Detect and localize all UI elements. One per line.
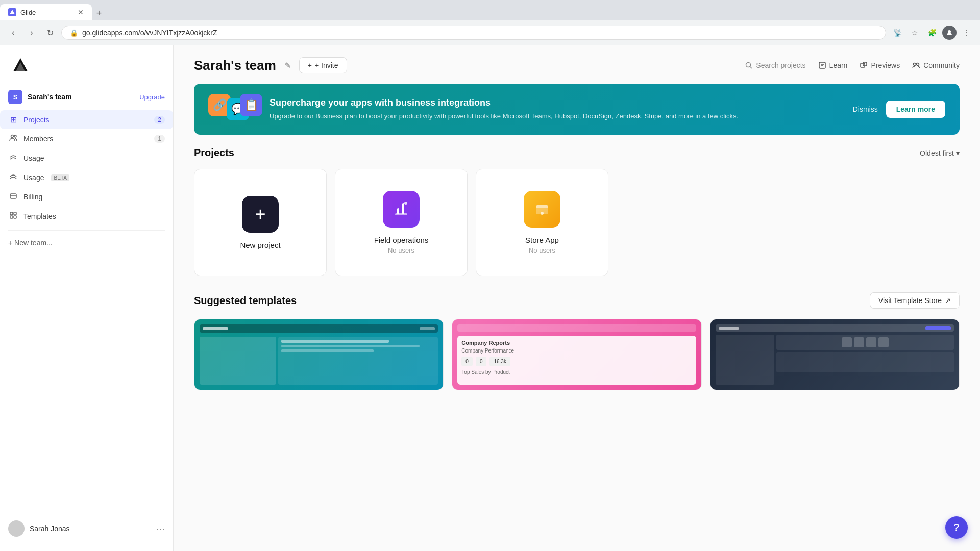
- banner-icon-3: 📋: [240, 94, 262, 116]
- template-inner-1: [194, 319, 443, 390]
- template-inner-2: Company Reports Company Performance 0 0 …: [452, 319, 701, 390]
- tab-favicon: [8, 8, 16, 16]
- community-icon: [912, 61, 920, 69]
- page-title: Sarah's team: [194, 58, 276, 73]
- svg-point-19: [914, 63, 916, 66]
- learn-button[interactable]: Learn: [818, 61, 848, 69]
- learn-label: Learn: [829, 61, 848, 69]
- user-name: Sarah Jonas: [30, 524, 151, 533]
- browser-chrome: Glide ✕ + ‹ › ↻ 🔒 go.glideapps.com/o/vvJ…: [0, 0, 980, 45]
- invite-label: + Invite: [315, 61, 338, 69]
- community-button[interactable]: Community: [912, 61, 960, 69]
- projects-grid: + New project Field operations No users: [194, 169, 960, 276]
- svg-rect-9: [14, 212, 16, 215]
- svg-marker-0: [10, 10, 15, 14]
- invite-button[interactable]: + + Invite: [299, 57, 347, 73]
- svg-point-4: [11, 135, 14, 138]
- store-app-users: No users: [529, 246, 555, 254]
- previews-icon: [860, 61, 868, 69]
- help-button[interactable]: ?: [945, 516, 968, 539]
- previews-label: Previews: [871, 61, 900, 69]
- project-card-field-operations[interactable]: Field operations No users: [335, 169, 468, 276]
- sort-label: Oldest first: [920, 149, 954, 157]
- svg-rect-23: [402, 203, 404, 214]
- new-tab-button[interactable]: +: [92, 6, 106, 20]
- field-operations-name: Field operations: [374, 236, 429, 244]
- address-bar[interactable]: 🔒 go.glideapps.com/o/vvJNYITxjzzA0okjckr…: [61, 26, 886, 40]
- svg-point-5: [14, 135, 16, 137]
- project-card-store-app[interactable]: Store App No users: [476, 169, 608, 276]
- projects-section-title: Projects: [194, 147, 234, 159]
- previews-button[interactable]: Previews: [860, 61, 900, 69]
- banner-actions: Dismiss Learn more: [853, 101, 945, 118]
- tab-close-button[interactable]: ✕: [78, 8, 84, 16]
- dismiss-button[interactable]: Dismiss: [853, 105, 878, 113]
- forward-button[interactable]: ›: [24, 26, 39, 40]
- sidebar-item-templates[interactable]: Templates: [0, 207, 173, 226]
- templates-section-title: Suggested templates: [194, 295, 297, 307]
- sidebar-item-usage-beta[interactable]: Usage BETA: [0, 168, 173, 187]
- search-projects-button[interactable]: Search projects: [745, 61, 805, 69]
- incognito-button[interactable]: [942, 26, 957, 40]
- back-button[interactable]: ‹: [6, 26, 20, 40]
- search-icon: [745, 61, 753, 69]
- new-project-card[interactable]: + New project: [194, 169, 327, 276]
- menu-button[interactable]: ⋮: [960, 26, 974, 40]
- sidebar-team[interactable]: S Sarah's team Upgrade: [0, 86, 173, 108]
- sidebar-item-billing[interactable]: Billing: [0, 187, 173, 207]
- main-content: Sarah's team ✎ + + Invite Search project…: [174, 45, 980, 551]
- sidebar-divider: [8, 230, 165, 231]
- user-avatar: [8, 520, 24, 537]
- svg-rect-14: [819, 62, 825, 68]
- projects-icon: ⊞: [8, 115, 18, 124]
- new-project-icon: +: [242, 196, 279, 233]
- sidebar-item-projects[interactable]: ⊞ Projects 2: [0, 110, 173, 129]
- app-container: S Sarah's team Upgrade ⊞ Projects 2 Memb…: [0, 45, 980, 551]
- upgrade-button[interactable]: Upgrade: [139, 93, 165, 101]
- browser-actions: 📡 ☆ 🧩 ⋮: [890, 26, 974, 40]
- template-inner-3: [710, 319, 959, 390]
- learn-more-button[interactable]: Learn more: [886, 101, 945, 118]
- members-count: 1: [154, 135, 165, 143]
- sidebar-item-members[interactable]: Members 1: [0, 129, 173, 148]
- new-project-label: New project: [240, 241, 280, 249]
- cast-icon[interactable]: 📡: [890, 26, 904, 40]
- sidebar-item-usage[interactable]: Usage: [0, 148, 173, 168]
- extensions-icon[interactable]: 🧩: [925, 26, 939, 40]
- template-preview-3: [710, 319, 959, 390]
- sidebar-usage-beta-label: Usage: [23, 173, 44, 182]
- banner-icons: 🔗 💬 📋: [208, 94, 259, 124]
- template-card-1[interactable]: [194, 319, 444, 390]
- svg-rect-17: [861, 63, 865, 67]
- template-preview-2: Company Reports Company Performance 0 0 …: [452, 319, 701, 390]
- active-tab[interactable]: Glide ✕: [0, 4, 92, 20]
- svg-rect-26: [536, 205, 548, 208]
- reload-button[interactable]: ↻: [43, 26, 57, 40]
- svg-rect-21: [395, 213, 407, 215]
- bookmark-icon[interactable]: ☆: [908, 26, 922, 40]
- edit-title-icon[interactable]: ✎: [284, 61, 291, 70]
- user-menu-button[interactable]: ⋯: [156, 523, 165, 534]
- search-label: Search projects: [756, 61, 805, 69]
- tab-title: Glide: [20, 9, 36, 16]
- visit-template-store-button[interactable]: Visit Template Store ↗: [870, 292, 960, 309]
- svg-line-13: [750, 67, 752, 69]
- projects-count: 2: [154, 116, 165, 124]
- svg-point-20: [917, 63, 919, 66]
- templates-grid: Company Reports Company Performance 0 0 …: [194, 319, 960, 390]
- new-team-button[interactable]: + New team...: [0, 235, 173, 251]
- banner-text: Supercharge your apps with business inte…: [270, 97, 843, 121]
- template-card-2[interactable]: Company Reports Company Performance 0 0 …: [452, 319, 701, 390]
- business-integrations-banner: 🔗 💬 📋 Supercharge your apps with busines…: [194, 84, 960, 135]
- projects-section: Projects Oldest first ▾ + New project: [174, 147, 980, 292]
- template-card-3[interactable]: [710, 319, 960, 390]
- usage-icon: [8, 153, 18, 163]
- banner-description: Upgrade to our Business plan to boost yo…: [270, 111, 843, 121]
- sidebar-usage-label: Usage: [23, 154, 44, 162]
- field-operations-users: No users: [388, 246, 414, 254]
- billing-icon: [8, 192, 18, 202]
- sort-dropdown[interactable]: Oldest first ▾: [920, 149, 960, 157]
- browser-controls: ‹ › ↻ 🔒 go.glideapps.com/o/vvJNYITxjzzA0…: [0, 20, 980, 45]
- beta-badge: BETA: [51, 174, 69, 181]
- projects-section-header: Projects Oldest first ▾: [194, 147, 960, 159]
